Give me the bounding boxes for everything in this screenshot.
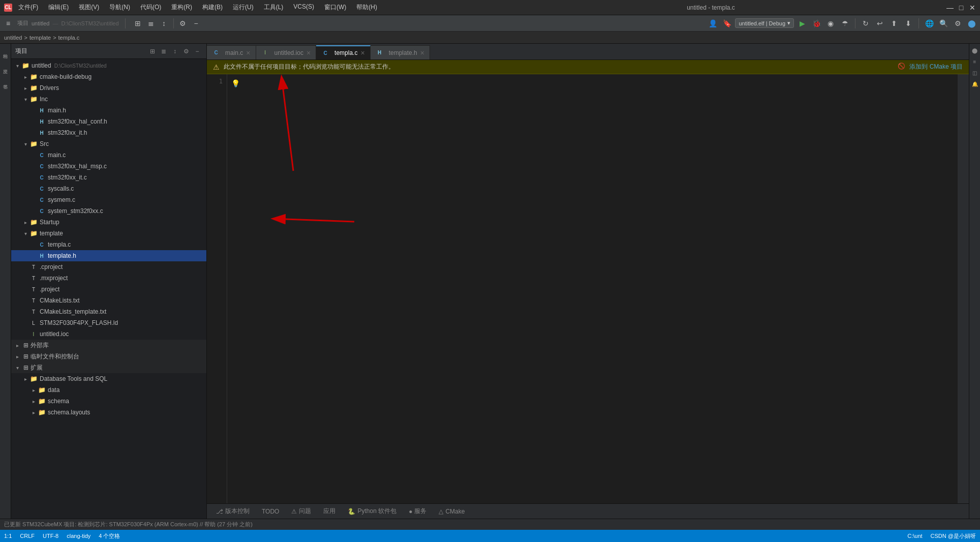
tree-item-hal-conf-h[interactable]: H stm32f0xx_hal_conf.h [11,116,206,127]
tab-templa-c[interactable]: C templa.c × [316,45,371,59]
toolbar-search-btn[interactable]: 🔍 [937,17,950,29]
editor-text[interactable]: 💡 [227,74,958,503]
toolbar-profile-btn[interactable]: 👤 [707,17,719,29]
toolbar-vcs-btn[interactable]: ⬆ [888,17,900,29]
tree-item-system-c[interactable]: C system_stm32f0xx.c [11,205,206,217]
tree-item-cproject[interactable]: T .cproject [11,261,206,273]
tree-item-untitled[interactable]: ▾ 📁 untitled D:\ClionSTM32\untitled [11,60,206,71]
bottom-tab-services[interactable]: ● 服务 [404,505,432,518]
toolbar-minimize-btn[interactable]: − [190,17,202,29]
tree-item-inc[interactable]: ▾ 📁 Inc [11,94,206,105]
tree-item-it-c[interactable]: C stm32f0xx_it.c [11,172,206,183]
menu-tools[interactable]: 工具(L) [262,2,286,13]
sidebar-scroll-top-btn[interactable]: ⊞ [147,46,158,56]
tree-item-cmake-build-debug[interactable]: ▸ 📁 cmake-build-debug [11,71,206,82]
section-header-extensions[interactable]: ▾ ⊞ 扩展 [11,362,206,373]
toolbar-update-btn[interactable]: ↻ [860,17,872,29]
bottom-tab-cmake[interactable]: △ CMake [434,506,470,517]
status-line-col[interactable]: 1:1 [4,533,12,539]
sidebar-minimize-btn[interactable]: − [192,46,202,56]
right-edge-btn4[interactable]: 🔔 [970,79,979,88]
bulb-icon[interactable]: 💡 [231,78,240,88]
tab-close-main-c[interactable]: × [246,49,250,56]
toolbar-vcs-down-btn[interactable]: ⬇ [902,17,914,29]
toolbar-coverage-btn[interactable]: ☂ [839,17,851,29]
status-indent[interactable]: clang-tidy [67,533,90,539]
toolbar-bookmark-btn[interactable]: 🔖 [721,17,733,29]
editor-content[interactable]: 1 💡 [207,74,969,503]
tree-item-mxproject[interactable]: T .mxproject [11,273,206,284]
strip-structure-btn[interactable]: 结构 [1,46,10,55]
menu-window[interactable]: 窗口(W) [322,2,348,13]
minimize-button[interactable]: — [946,4,954,11]
bottom-tab-todo[interactable]: TODO [257,506,284,517]
tree-item-cmakelists-template[interactable]: T CMakeLists_template.txt [11,306,206,317]
breadcrumb-file[interactable]: templa.c [58,35,80,41]
menu-run[interactable]: 运行(U) [231,2,256,13]
toolbar-power-btn[interactable]: ⬤ [966,17,978,29]
tab-template-h[interactable]: H template.h × [371,45,430,59]
tab-close-templa-c[interactable]: × [360,49,364,56]
section-header-external-libs[interactable]: ▸ ⊞ 外部库 [11,340,206,351]
sidebar-collapse-btn[interactable]: ≣ [159,46,169,56]
tree-item-untitled-ioc[interactable]: I untitled.ioc [11,328,206,340]
tree-item-template-h[interactable]: H template.h [11,250,206,261]
tree-item-main-h[interactable]: H main.h [11,105,206,116]
section-header-temp-files[interactable]: ▸ ⊞ 临时文件和控制台 [11,351,206,362]
toolbar-settings-btn[interactable]: ⚙ [177,17,189,29]
menu-nav[interactable]: 导航(N) [107,2,132,13]
tree-item-it-h[interactable]: H stm32f0xx_it.h [11,127,206,138]
tab-untitled-ioc[interactable]: I untitled.ioc × [256,45,317,59]
tree-item-sysmem-c[interactable]: C sysmem.c [11,194,206,205]
toolbar-settings2-btn[interactable]: ⚙ [952,17,964,29]
strip-bookmarks-btn[interactable]: 书签 [1,76,10,85]
maximize-button[interactable]: □ [958,4,965,11]
bottom-tab-problems[interactable]: ⚠ 问题 [286,505,316,518]
tree-item-template[interactable]: ▾ 📁 template [11,228,206,239]
toolbar-align-btn[interactable]: ⊞ [132,17,144,29]
close-button[interactable]: ✕ [969,4,976,11]
menu-help[interactable]: 帮助(H) [354,2,379,13]
bottom-tab-vcs[interactable]: ⎇ 版本控制 [211,505,255,518]
tree-item-flash-ld[interactable]: L STM32F030F4PX_FLASH.ld [11,317,206,328]
tree-item-src[interactable]: ▾ 📁 Src [11,138,206,149]
tree-item-schema[interactable]: ▸ 📁 schema [11,396,206,407]
status-spaces[interactable]: 4 个空格 [99,532,120,540]
right-edge-btn3[interactable]: ◫ [970,68,979,77]
right-edge-btn1[interactable]: ⬤ [970,46,979,55]
toolbar-list-btn[interactable]: ≣ [145,17,157,29]
right-edge-btn2[interactable]: ≡ [970,57,979,66]
menu-edit[interactable]: 编辑(E) [46,2,71,13]
tree-item-cmakelists[interactable]: T CMakeLists.txt [11,295,206,306]
menu-file[interactable]: 文件(F) [16,2,40,13]
sidebar-sort-btn[interactable]: ↕ [170,46,180,56]
menu-view[interactable]: 视图(V) [77,2,101,13]
status-encoding[interactable]: UTF-8 [43,533,58,539]
tree-item-startup[interactable]: ▸ 📁 Startup [11,217,206,228]
breadcrumb-template[interactable]: template [29,35,51,41]
warning-discard-btn[interactable]: 🚫 [898,63,905,71]
tree-item-templa-c[interactable]: C templa.c [11,239,206,250]
tab-close-untitled-ioc[interactable]: × [307,49,311,56]
tree-item-data[interactable]: ▸ 📁 data [11,384,206,396]
toolbar-debug-btn[interactable]: 🐞 [810,17,822,29]
tab-close-template-h[interactable]: × [420,49,424,56]
toolbar-project-btn[interactable]: ≡ [2,17,14,29]
tab-main-c[interactable]: C main.c × [207,45,256,59]
status-csdn[interactable]: CSDN @是小娟呀 [931,532,976,540]
strip-hierarchy-btn[interactable]: 层次 [1,61,10,70]
sidebar-gear-btn[interactable]: ⚙ [181,46,191,56]
menu-vcs[interactable]: VCS(S) [291,2,316,13]
status-crlf[interactable]: CRLF [20,533,35,539]
menu-code[interactable]: 代码(O) [138,2,163,13]
warning-add-cmake-btn[interactable]: 添加到 CMake 项目 [909,63,963,71]
breadcrumb-project[interactable]: untitled [4,35,22,41]
debug-config-selector[interactable]: untitled.elf | Debug ▾ [735,18,794,28]
tree-item-main-c[interactable]: C main.c [11,149,206,161]
tree-item-hal-msp-c[interactable]: C stm32f0xx_hal_msp.c [11,161,206,172]
menu-refactor[interactable]: 重构(R) [169,2,194,13]
tree-item-project[interactable]: T .project [11,284,206,295]
bottom-tab-python[interactable]: 🐍 Python 软件包 [343,505,402,518]
tree-item-syscalls-c[interactable]: C syscalls.c [11,183,206,194]
tree-item-schema-layouts[interactable]: ▸ 📁 schema.layouts [11,407,206,418]
